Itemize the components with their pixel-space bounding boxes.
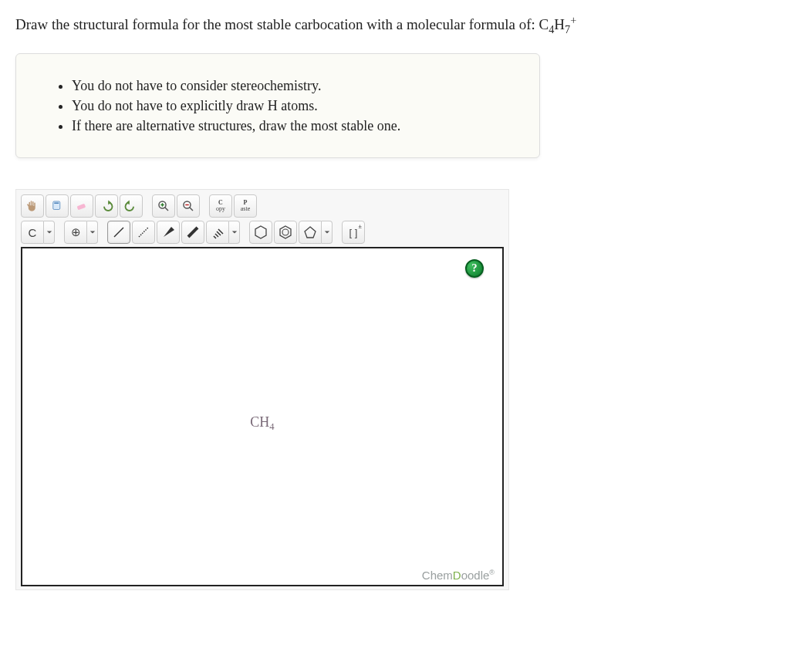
bold-bond-button[interactable] [181, 221, 204, 244]
pentagon-ring-button[interactable] [299, 221, 322, 244]
molecular-formula: C4H7+ [539, 16, 577, 32]
svg-point-20 [282, 229, 289, 235]
svg-marker-18 [255, 226, 266, 238]
question-prefix: Draw the structural formula for the most… [15, 16, 539, 32]
undo-button[interactable] [95, 194, 118, 218]
single-bond-button[interactable] [107, 221, 130, 244]
lasso-tool-button[interactable] [46, 194, 69, 218]
toolbar-row-2: C ⊕ [21, 221, 504, 244]
svg-marker-12 [164, 227, 174, 237]
bond-dropdown[interactable] [229, 221, 240, 244]
hints-panel: You do not have to consider stereochemis… [15, 53, 540, 158]
toolbar-row-1: Copy Paste [21, 194, 504, 218]
charge-dropdown[interactable] [87, 221, 98, 244]
svg-line-13 [188, 228, 198, 237]
element-picker-button[interactable]: C [21, 221, 44, 244]
svg-rect-2 [77, 204, 86, 211]
svg-line-10 [114, 228, 123, 237]
eraser-tool-button[interactable] [70, 194, 93, 218]
paste-button[interactable]: Paste [234, 194, 257, 218]
charge-button[interactable]: ⊕ [64, 221, 87, 244]
question-text: Draw the structural formula for the most… [15, 14, 775, 36]
hexagon-ring-button[interactable] [249, 221, 272, 244]
svg-marker-19 [280, 226, 291, 238]
recessed-bond-button[interactable] [132, 221, 155, 244]
hint-item: You do not have to consider stereochemis… [72, 76, 505, 96]
svg-line-11 [139, 228, 148, 237]
wedge-bond-button[interactable] [157, 221, 180, 244]
canvas-placeholder-molecule: CH4 [250, 414, 274, 434]
zoom-in-button[interactable] [152, 194, 175, 218]
chemdoodle-sketcher: Copy Paste C ⊕ [15, 189, 509, 590]
svg-line-14 [214, 236, 216, 238]
drawing-canvas[interactable]: ? CH4 ChemDoodle® [21, 247, 504, 586]
ring-dropdown[interactable] [322, 221, 333, 244]
benzene-ring-button[interactable] [274, 221, 297, 244]
chemdoodle-brand: ChemDoodle® [422, 569, 495, 582]
svg-rect-1 [54, 203, 59, 204]
bracket-button[interactable]: [ ]± [342, 221, 365, 244]
hand-tool-button[interactable] [21, 194, 44, 218]
svg-line-16 [217, 231, 221, 235]
hint-item: If there are alternative structures, dra… [72, 116, 505, 136]
redo-button[interactable] [120, 194, 143, 218]
hint-item: You do not have to explicitly draw H ato… [72, 96, 505, 116]
svg-line-8 [190, 208, 194, 211]
svg-line-4 [165, 208, 169, 211]
copy-button[interactable]: Copy [209, 194, 232, 218]
element-picker-dropdown[interactable] [44, 221, 55, 244]
hash-bond-button[interactable] [206, 221, 229, 244]
svg-marker-21 [305, 227, 316, 238]
zoom-out-button[interactable] [177, 194, 200, 218]
svg-line-15 [215, 234, 218, 237]
help-button[interactable]: ? [465, 259, 484, 278]
